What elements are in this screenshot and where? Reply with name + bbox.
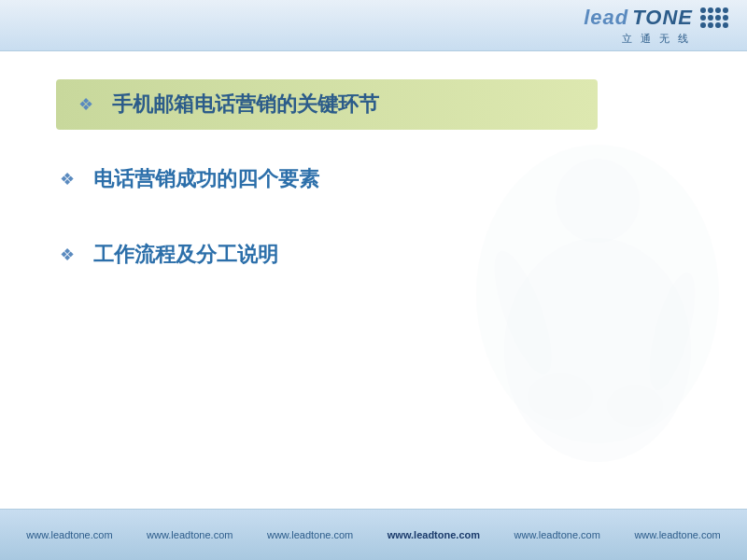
logo-lead: lead — [584, 6, 628, 30]
item-2-text: 电话营销成功的四个要素 — [93, 165, 319, 193]
footer-link-1[interactable]: www.leadtone.com — [26, 529, 112, 540]
logo-tone: TONE — [632, 6, 693, 30]
logo-dots — [700, 7, 728, 28]
footer-link-3[interactable]: www.leadtone.com — [267, 529, 353, 540]
logo-text-row: lead TONE — [584, 6, 728, 30]
logo: lead TONE 立 通 无 线 — [584, 6, 728, 46]
item-3-text: 工作流程及分工说明 — [93, 241, 278, 269]
content-area: ❖ 手机邮箱电话营销的关键环节 ❖ 电话营销成功的四个要素 ❖ 工作流程及分工说… — [0, 51, 747, 337]
footer: www.leadtone.com www.leadtone.com www.le… — [0, 509, 747, 560]
main-content: ❖ 手机邮箱电话营销的关键环节 ❖ 电话营销成功的四个要素 ❖ 工作流程及分工说… — [0, 51, 747, 509]
item-3: ❖ 工作流程及分工说明 — [56, 233, 691, 276]
footer-link-4-active[interactable]: www.leadtone.com — [388, 529, 480, 540]
svg-point-5 — [528, 373, 593, 420]
footer-link-2[interactable]: www.leadtone.com — [147, 529, 233, 540]
bullet-1: ❖ — [75, 94, 97, 115]
header: lead TONE 立 通 无 线 — [0, 0, 747, 51]
logo-chinese: 立 通 无 线 — [622, 32, 691, 46]
bullet-3: ❖ — [56, 245, 78, 265]
item-1-text: 手机邮箱电话营销的关键环节 — [112, 91, 379, 119]
bullet-2: ❖ — [56, 169, 78, 189]
footer-link-6[interactable]: www.leadtone.com — [634, 529, 720, 540]
footer-link-5[interactable]: www.leadtone.com — [514, 529, 600, 540]
svg-point-6 — [607, 385, 663, 427]
item-2: ❖ 电话营销成功的四个要素 — [56, 158, 691, 201]
item-1-highlighted: ❖ 手机邮箱电话营销的关键环节 — [56, 79, 598, 130]
